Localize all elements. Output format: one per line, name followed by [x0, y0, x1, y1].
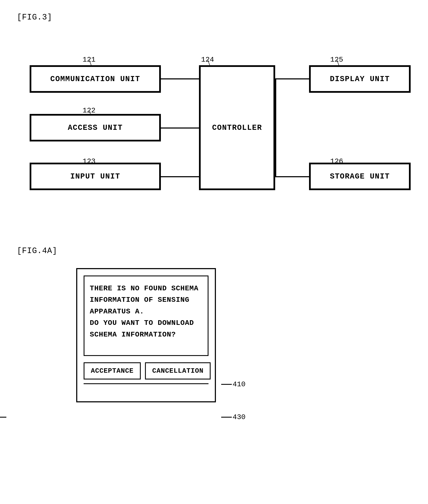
fig4a-diagram: THERE IS NO FOUND SCHEMA INFORMATION OF … — [17, 268, 419, 402]
dialog-footer — [84, 383, 208, 395]
ref-121: 121 — [82, 56, 95, 64]
dialog-message-text: THERE IS NO FOUND SCHEMA INFORMATION OF … — [90, 284, 198, 339]
ref-430-label: 430 — [221, 413, 246, 421]
conn-ctrl-display — [275, 78, 310, 79]
dialog-buttons-row: ACCEPTANCE CANCELLATION — [84, 362, 208, 379]
ref-420-label: 420 — [0, 413, 6, 421]
fig3-label: [FIG.3] — [17, 13, 411, 22]
dialog-message-box: THERE IS NO FOUND SCHEMA INFORMATION OF … — [84, 276, 208, 356]
input-unit-box: INPUT UNIT — [30, 163, 161, 190]
conn-input-ctrl — [161, 176, 200, 177]
communication-unit-box: COMMUNICATION UNIT — [30, 65, 161, 93]
storage-unit-box: STORAGE UNIT — [309, 163, 411, 190]
acceptance-button[interactable]: ACCEPTANCE — [84, 362, 141, 379]
conn-comm-ctrl — [161, 78, 200, 79]
ref-122: 122 — [82, 107, 95, 115]
controller-box: CONTROLLER — [199, 65, 275, 190]
fig3-diagram: 121 122 123 124 125 126 COMMUNICATION UN… — [17, 34, 419, 225]
ref-410-label: 410 — [221, 380, 246, 388]
cancellation-button[interactable]: CANCELLATION — [145, 362, 211, 379]
conn-ctrl-storage — [275, 176, 310, 177]
display-unit-box: DISPLAY UNIT — [309, 65, 411, 93]
ref-124: 124 — [201, 56, 214, 64]
conn-access-ctrl — [161, 127, 200, 128]
access-unit-box: ACCESS UNIT — [30, 114, 161, 142]
dialog-outer: THERE IS NO FOUND SCHEMA INFORMATION OF … — [76, 268, 216, 402]
ref-125: 125 — [330, 56, 343, 64]
conn-ctrl-vline — [275, 78, 276, 177]
fig4a-label: [FIG.4A] — [17, 246, 411, 255]
